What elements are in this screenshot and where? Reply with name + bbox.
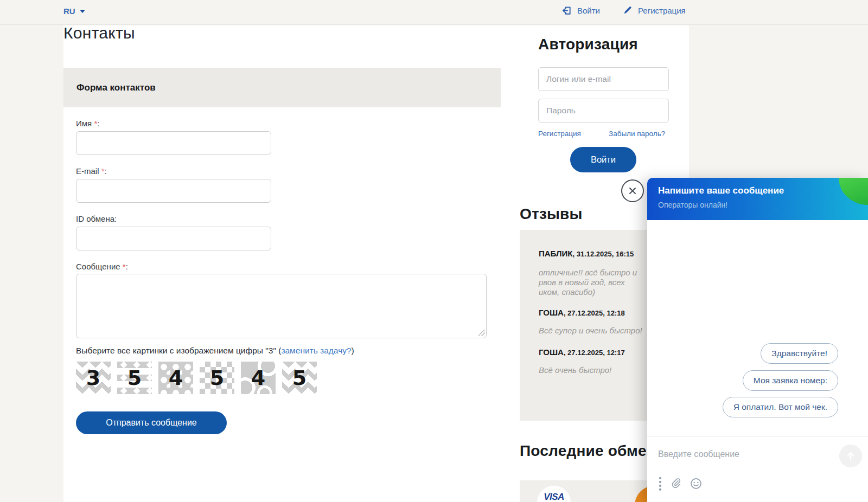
topbar-login-label: Войти	[577, 6, 600, 15]
emoji-icon[interactable]	[690, 477, 703, 490]
chevron-down-icon	[80, 10, 85, 13]
captcha-tile[interactable]: 5	[282, 362, 317, 394]
captcha-tile[interactable]: 4	[158, 362, 193, 394]
auth-password-field[interactable]	[538, 99, 669, 123]
attachment-icon[interactable]	[671, 477, 682, 490]
chat-close-button[interactable]	[621, 179, 644, 202]
close-icon	[628, 186, 637, 196]
page-title: Контакты	[63, 24, 135, 42]
send-message-button[interactable]: Отправить сообщение	[76, 411, 227, 434]
chat-operators-status: Операторы онлайн!	[658, 201, 727, 209]
pencil-icon	[623, 5, 633, 15]
auth-forgot-password-link[interactable]: Забыли пароль?	[609, 130, 665, 138]
captcha-digit: 3	[86, 368, 100, 388]
top-bar: RU Войти Регистрация	[0, 0, 868, 25]
quick-reply-paid-receipt[interactable]: Я оплатил. Вот мой чек.	[723, 397, 838, 417]
chat-title: Напишите ваше сообщение	[658, 185, 784, 196]
online-leaf-icon	[839, 178, 868, 205]
reviews-title: Отзывы	[520, 205, 583, 223]
chat-more-options-icon[interactable]	[657, 476, 663, 492]
email-label: E-mail *:	[76, 166, 107, 176]
textarea-resize-handle[interactable]	[478, 330, 485, 336]
exchange-id-label: ID обмена:	[76, 214, 117, 223]
contact-form-header: Форма контактов	[63, 68, 501, 107]
latest-exchanges-title: Последние обмены	[520, 442, 669, 460]
message-field[interactable]	[76, 274, 487, 338]
chat-divider	[647, 436, 868, 436]
chat-widget: Напишите ваше сообщение Операторы онлайн…	[647, 178, 868, 502]
send-arrow-icon	[844, 449, 857, 462]
language-selector[interactable]: RU	[63, 7, 85, 16]
chat-header: Напишите ваше сообщение Операторы онлайн…	[647, 178, 868, 220]
captcha-prompt: Выберите все картинки с изображением циф…	[76, 346, 354, 356]
email-field[interactable]	[76, 179, 271, 203]
name-label: Имя *:	[76, 119, 99, 128]
chat-message-input[interactable]	[658, 446, 821, 462]
captcha-digit: 4	[169, 368, 183, 388]
captcha-replace-link[interactable]: заменить задачу?	[281, 346, 351, 355]
captcha-tile[interactable]: 4	[241, 362, 276, 394]
captcha-tile[interactable]: 5	[117, 362, 152, 394]
visa-logo: VISA	[544, 492, 564, 502]
name-field[interactable]	[76, 131, 271, 155]
captcha-digit: 5	[127, 368, 142, 388]
chat-send-button[interactable]	[839, 445, 862, 467]
quick-reply-greeting[interactable]: Здравствуйте!	[761, 343, 838, 364]
auth-title: Авторизация	[538, 36, 638, 53]
topbar-login-link[interactable]: Войти	[561, 5, 600, 16]
auth-register-link[interactable]: Регистрация	[538, 130, 581, 138]
captcha-digit: 5	[292, 368, 307, 388]
topbar-register-label: Регистрация	[638, 6, 686, 15]
captcha-digit: 4	[251, 368, 265, 388]
captcha-digit: 5	[210, 368, 224, 388]
review-author-date: ПАБЛИК, 31.12.2025, 16:15	[539, 249, 634, 259]
review-author-date: ГОША, 27.12.2025, 12:18	[539, 308, 625, 318]
chat-toolbar	[657, 476, 703, 492]
page: RU Войти Регистрация Контакты Форма конт…	[0, 0, 868, 502]
quick-reply-order-number[interactable]: Моя заявка номер:	[743, 370, 838, 391]
message-label: Сообщение *:	[76, 262, 128, 271]
captcha-tile[interactable]: 5	[200, 362, 234, 394]
login-icon	[561, 5, 572, 16]
captcha-tile[interactable]: 3	[76, 362, 111, 394]
exchange-id-field[interactable]	[76, 227, 271, 250]
topbar-register-link[interactable]: Регистрация	[623, 5, 686, 15]
review-author-date: ГОША, 27.12.2025, 12:17	[539, 347, 625, 357]
auth-login-button[interactable]: Войти	[570, 147, 636, 172]
auth-login-field[interactable]	[538, 67, 669, 91]
language-label: RU	[63, 7, 75, 16]
